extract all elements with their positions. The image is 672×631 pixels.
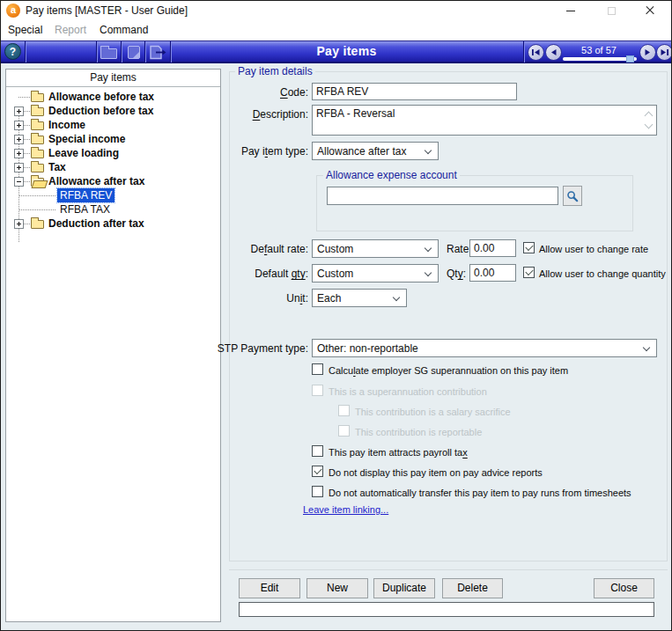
expand-plus-icon[interactable] <box>14 219 24 229</box>
calc-super-checkbox[interactable] <box>312 363 323 375</box>
tree-item-allowance-before-tax[interactable]: Allowance before tax <box>6 90 220 104</box>
default-qty-select[interactable]: Custom <box>312 264 439 282</box>
rate-input[interactable] <box>469 239 516 257</box>
new-note-button[interactable] <box>122 42 145 62</box>
tree-item-rfba-tax[interactable]: RFBA TAX <box>6 202 220 216</box>
unit-select[interactable]: Each <box>312 289 407 307</box>
tree-header: Pay items <box>6 70 220 87</box>
contribution-reportable-label: This contribution is reportable <box>355 427 482 437</box>
export-button[interactable] <box>145 42 169 62</box>
tree-item-tax[interactable]: Tax <box>6 160 220 174</box>
record-position: 53 of 57 <box>561 45 637 55</box>
folder-icon <box>31 150 44 158</box>
search-icon <box>566 190 579 202</box>
toolbar-page-title: Pay items <box>170 44 523 58</box>
first-record-icon <box>531 48 541 57</box>
folder-icon <box>31 164 44 172</box>
expand-plus-icon[interactable] <box>14 106 24 116</box>
status-field[interactable] <box>239 602 654 617</box>
open-folder-icon <box>31 178 44 187</box>
maximize-icon <box>608 7 616 15</box>
expense-account-input[interactable] <box>327 187 558 205</box>
hide-on-pay-advice-checkbox[interactable] <box>312 466 323 477</box>
salary-sacrifice-checkbox <box>338 405 350 416</box>
toolbar: ? Pay items <box>1 40 671 63</box>
allow-change-quantity-checkbox[interactable] <box>523 267 535 278</box>
record-slider-thumb[interactable] <box>626 55 634 62</box>
menu-command[interactable]: Command <box>100 24 148 36</box>
tree-item-special-income[interactable]: Special income <box>6 132 220 146</box>
description-label: Description: <box>253 108 308 121</box>
tree-item-allowance-after-tax[interactable]: Allowance after tax <box>6 174 220 188</box>
default-qty-label: Default gty: <box>255 268 308 280</box>
expand-plus-icon[interactable] <box>14 163 24 172</box>
help-button[interactable]: ? <box>4 43 21 60</box>
pay-items-tree-panel: Pay items Allowance before tax Deduction… <box>5 69 221 622</box>
collapse-minus-icon[interactable] <box>14 177 24 187</box>
expand-plus-icon[interactable] <box>14 121 24 130</box>
pay-item-type-label: Pay item type: <box>241 145 308 158</box>
qty-input[interactable] <box>469 264 516 282</box>
description-input[interactable]: RFBA - Reversal <box>313 106 656 135</box>
is-super-contribution-label: This is a superannuation contribution <box>329 386 487 397</box>
folder-icon <box>100 48 117 59</box>
chevron-down-icon <box>425 245 432 252</box>
maximize-button <box>596 1 626 20</box>
export-icon <box>149 45 166 60</box>
chevron-down-icon <box>643 344 650 351</box>
expand-plus-icon[interactable] <box>14 149 24 158</box>
close-icon <box>645 5 655 16</box>
tree-item-deduction-after-tax[interactable]: Deduction after tax <box>6 216 220 231</box>
code-input[interactable] <box>312 83 517 100</box>
footer-divider <box>229 569 668 570</box>
tree-item-leave-loading[interactable]: Leave loading <box>6 146 220 160</box>
folder-icon <box>31 93 44 102</box>
duplicate-button[interactable]: Duplicate <box>373 578 435 598</box>
selected-tree-item-label[interactable]: RFBA REV <box>57 188 114 202</box>
close-window-button[interactable] <box>635 1 665 20</box>
allow-change-rate-label: Allow user to change rate <box>539 244 648 254</box>
default-rate-select[interactable]: Custom <box>312 239 439 258</box>
first-record-button[interactable] <box>528 44 544 61</box>
window-title: Pay items [MASTER - User Guide] <box>26 4 188 17</box>
allow-change-rate-checkbox[interactable] <box>523 242 535 253</box>
expand-plus-icon[interactable] <box>14 135 24 144</box>
next-record-icon <box>643 48 653 57</box>
record-slider[interactable] <box>563 57 637 61</box>
chevron-down-icon <box>425 147 432 154</box>
tree-body: Allowance before tax Deduction before ta… <box>6 87 220 621</box>
stp-payment-type-label: STP Payment type: <box>218 342 308 355</box>
last-record-icon <box>660 48 669 57</box>
title-bar: a Pay items [MASTER - User Guide] <box>1 1 671 20</box>
no-auto-transfer-checkbox[interactable] <box>312 486 323 497</box>
pay-item-type-select[interactable]: Allowance after tax <box>312 142 439 160</box>
calc-super-label: Calculate employer SG superannuation on … <box>329 365 568 376</box>
toolbar-separator <box>25 41 26 62</box>
account-search-button[interactable] <box>563 186 582 206</box>
qty-label: Qty: <box>447 268 466 280</box>
payroll-tax-checkbox[interactable] <box>312 445 323 457</box>
new-button[interactable]: New <box>306 578 368 598</box>
menu-special[interactable]: Special <box>8 24 42 36</box>
leave-item-linking-link[interactable]: Leave item linking... <box>303 504 388 515</box>
next-record-button[interactable] <box>639 44 656 61</box>
previous-record-button[interactable] <box>545 44 562 61</box>
menu-bar: Special Report Command <box>1 20 671 40</box>
previous-record-icon <box>549 48 558 57</box>
delete-button[interactable]: Delete <box>442 578 503 598</box>
minimize-button[interactable] <box>556 1 586 20</box>
tree-item-deduction-before-tax[interactable]: Deduction before tax <box>6 104 220 118</box>
tree-item-income[interactable]: Income <box>6 118 220 132</box>
edit-button[interactable]: Edit <box>239 578 300 598</box>
unit-label: Unit: <box>286 292 308 304</box>
is-super-contribution-checkbox <box>312 385 323 396</box>
default-rate-label: Default rate: <box>251 243 308 255</box>
chevron-down-icon <box>393 294 400 301</box>
tree-item-rfba-rev[interactable]: RFBA REV <box>6 188 220 202</box>
close-button[interactable]: Close <box>594 578 654 598</box>
contribution-reportable-checkbox <box>338 425 350 437</box>
open-folder-button[interactable] <box>97 42 121 62</box>
menu-report: Report <box>55 24 86 36</box>
stp-payment-type-select[interactable]: Other: non-reportable <box>312 339 657 357</box>
last-record-button[interactable] <box>656 44 672 61</box>
